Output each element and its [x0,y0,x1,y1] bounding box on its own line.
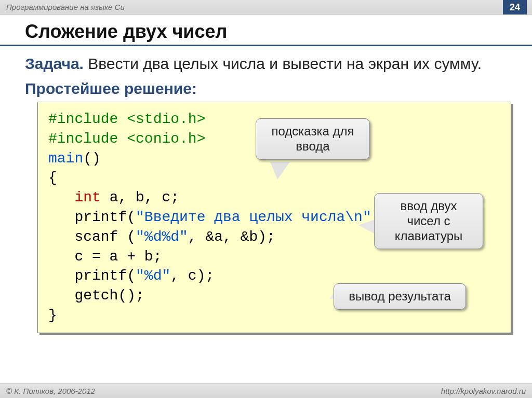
footer-bar: © К. Поляков, 2006-2012 http://kpolyakov… [0,383,532,398]
code-line-10: getch(); [48,287,144,304]
code-line-3b: () [83,150,101,167]
code-line-3a: main [48,150,83,167]
callout-1-tail-fill [270,162,290,180]
code-line-8: c = a + b; [48,249,162,265]
code-line-5c: a, b, c; [101,189,179,205]
page-number: 24 [503,0,527,15]
callout-output: вывод результата [334,283,466,310]
code-line-1: #include <stdio.h> [48,111,205,127]
code-line-6b: "Введите два целых числа\n" [136,209,371,225]
code-area: #include <stdio.h> #include <conio.h> ma… [37,102,511,333]
code-line-7b: "%d%d" [136,229,188,245]
slide-title: Сложение двух чисел [0,15,532,45]
callout-input-two: ввод двух чисел с клавиатуры [374,193,483,249]
code-line-5b: int [74,189,100,205]
footer-copyright: © К. Поляков, 2006-2012 [6,387,95,395]
task-body: Ввести два целых числа и вывести на экра… [84,55,482,72]
code-line-7c: , &a, &b); [188,229,275,245]
code-line-5a [48,189,74,205]
callout-input-hint: подсказка для ввода [256,118,370,160]
solution-heading: Простейшее решение: [0,74,532,102]
code-line-9b: "%d" [136,268,170,284]
code-line-11: } [48,307,57,323]
header-bar: Программирование на языке Си [0,0,532,15]
task-text: Задача. Ввести два целых числа и вывести… [0,53,532,74]
callout-2-tail-fill [358,219,376,235]
title-underline [0,45,532,46]
code-line-6a: printf( [48,209,136,225]
code-line-2: #include <conio.h> [48,131,205,147]
code-line-9c: , c); [170,268,214,284]
code-line-4: { [48,170,57,186]
code-line-7a: scanf ( [48,229,136,245]
code-line-9a: printf( [48,268,136,284]
footer-url: http://kpolyakov.narod.ru [441,387,526,395]
task-label: Задача. [25,55,84,72]
slide: Программирование на языке Си 24 Сложение… [0,0,532,398]
course-title: Программирование на языке Си [6,3,125,11]
